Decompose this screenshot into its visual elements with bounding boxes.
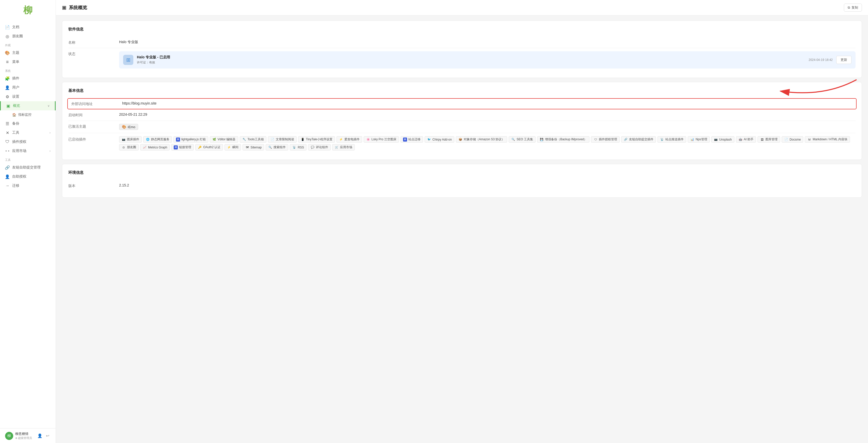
sidebar-item-label: 插件授权 <box>12 140 51 144</box>
link-icon: 🔗 <box>5 165 10 170</box>
plugin-badge: MMarkdown / HTML 内容块 <box>805 136 850 143</box>
plugin-name: Lsky Pro 兰空图床 <box>372 137 396 142</box>
info-label-plugins: 已启动插件 <box>68 136 119 142</box>
sidebar-item-friend-submit[interactable]: 🔗 友链自助提交管理 <box>0 163 56 172</box>
info-row-name: 名称 Halo 专业版 <box>68 37 856 48</box>
plugin-badge: 🛡插件授权管理 <box>591 136 620 143</box>
plugin-name: 对象存储（Amazon S3 协议） <box>464 137 505 142</box>
plugin-badge: 📷Unsplash <box>711 136 735 143</box>
plugin-badge: 🌿Vditor 编辑器 <box>210 136 238 143</box>
plugin-icon: 📱 <box>301 138 305 142</box>
software-info-title: 软件信息 <box>68 27 856 32</box>
plugin-badge: 🌐静态网页服务 <box>143 136 172 143</box>
plugin-badge: H站点迁移 <box>401 136 423 143</box>
status-info: Halo 专业版 - 已启用 许可证：有效 <box>137 55 805 65</box>
sidebar-item-docs[interactable]: 📄 文档 <box>0 23 56 32</box>
sidebar-item-label: 备份 <box>12 121 51 126</box>
plugin-icon: 📊 <box>690 138 694 142</box>
plugin-name: 链接管理 <box>179 145 191 149</box>
sidebar-item-label: 文档 <box>12 25 51 29</box>
plugin-name: 朋友圈 <box>127 145 136 149</box>
plugin-name: Markdown / HTML 内容块 <box>813 137 847 142</box>
update-button[interactable]: 更新 <box>836 56 851 64</box>
sidebar-item-label: 概览 <box>13 104 45 108</box>
sidebar-item-moments[interactable]: ◎ 朋友圈 <box>0 32 56 41</box>
plugin-icon: 🛡 <box>593 138 597 142</box>
plugin-icon: 🧩 <box>5 76 10 81</box>
plugin-name: 应用市场 <box>340 145 352 149</box>
info-row-theme: 已激活主题 🎨 iEmo <box>68 121 856 133</box>
plugin-icon: 📄 <box>784 138 788 142</box>
basic-info-card: 基本信息 外部访问地址 https://blog.muyin.site 启动时间… <box>62 82 862 160</box>
sidebar-item-theme[interactable]: 🎨 主题 <box>0 48 56 57</box>
info-row-startup: 启动时间 2024-05-21 22:29 <box>68 109 856 121</box>
sidebar-item-user[interactable]: 👤 用户 <box>0 83 56 92</box>
plugin-name: 搜索组件 <box>274 145 286 149</box>
plugin-badge: H链接管理 <box>171 144 194 150</box>
plugin-name: AI 助手 <box>744 137 754 142</box>
plugin-icon: 🤖 <box>739 138 743 142</box>
plugin-badge: ⚡爱发电插件 <box>337 136 362 143</box>
sidebar-item-overview[interactable]: ▣ 概览 ∨ <box>0 101 56 110</box>
user-role: ⊕ 超级管理员 <box>15 436 35 440</box>
plugin-icon: 📄 <box>271 138 275 142</box>
theme-badge: 🎨 iEmo <box>119 124 138 130</box>
info-label-status: 状态 <box>68 51 119 56</box>
plugin-name: RSS <box>298 146 304 149</box>
settings-icon: ⚙ <box>5 94 10 99</box>
plugin-icon: 🗺 <box>245 145 249 149</box>
sidebar-item-backup[interactable]: ☰ 备份 <box>0 119 56 128</box>
info-value-plugins: 📷图床插件🌐静态网页服务Hlightgallery.js 灯箱🌿Vditor 编… <box>119 136 856 150</box>
plugin-badge: ◎朋友圈 <box>119 144 138 150</box>
username: 柳意栖情 <box>15 432 35 436</box>
env-info-title: 环境信息 <box>68 170 856 175</box>
sidebar-item-settings[interactable]: ⚙ 设置 <box>0 92 56 101</box>
plugin-icon: H <box>174 145 178 149</box>
section-label-tools: 工具 <box>0 156 56 163</box>
plugin-badge: 🤖AI 助手 <box>736 136 756 143</box>
plugin-icon: ⚡ <box>339 138 343 142</box>
plugin-name: 静态网页服务 <box>151 137 169 142</box>
plugin-badge: 📱TinyTale小程序设置 <box>298 136 335 143</box>
logout-icon[interactable]: ↩ <box>44 433 51 439</box>
plugin-badge: 🖼图库管理 <box>757 136 780 143</box>
plugin-icon: 📦 <box>458 138 462 142</box>
user-settings-icon[interactable]: 👤 <box>37 433 43 439</box>
plugin-name: Chirpy Add-on <box>432 138 452 141</box>
plugin-name: SEO 工具集 <box>517 137 533 142</box>
software-info-card: 软件信息 名称 Halo 专业版 状态 ⊞ Halo 专业版 - 已启用 许 <box>62 21 862 78</box>
plugin-badge: 📡站点推送插件 <box>657 136 686 143</box>
plugin-name: 插件授权管理 <box>599 137 617 142</box>
plugin-name: 站点推送插件 <box>665 137 684 142</box>
main-body: 软件信息 名称 Halo 专业版 状态 ⊞ Halo 专业版 - 已启用 许 <box>56 15 868 443</box>
plugin-name: OAuth2 认证 <box>203 145 220 149</box>
status-card: ⊞ Halo 专业版 - 已启用 许可证：有效 2024-04-19 18:42… <box>119 51 856 69</box>
info-label-name: 名称 <box>68 40 119 45</box>
sidebar-sub-item-metrics[interactable]: 🏠 指标监控 <box>0 110 56 119</box>
plugin-name: Sitemap <box>250 146 261 149</box>
chevron-right-icon: › <box>50 131 51 134</box>
plugin-icon: 🐦 <box>427 138 431 142</box>
sidebar-item-plugin[interactable]: 🧩 插件 <box>0 74 56 83</box>
sidebar-nav: 📄 文档 ◎ 朋友圈 外观 🎨 主题 ≡ 菜单 系统 🧩 插件 👤 用户 ⚙ <box>0 21 56 428</box>
theme-icon: 🎨 <box>5 50 10 55</box>
overview-header-icon: ▣ <box>62 5 66 10</box>
plugin-name: 站点迁移 <box>408 137 421 142</box>
sidebar-item-plugin-auth[interactable]: 🛡 插件授权 <box>0 137 56 146</box>
plugin-icon: 💾 <box>540 138 544 142</box>
sidebar-sub-item-label: 指标监控 <box>18 112 31 117</box>
copy-button[interactable]: ⧉ 复制 <box>844 4 862 12</box>
plugin-badge: 💬评论组件 <box>308 144 331 150</box>
plugin-name: 文章限制阅读 <box>276 137 294 142</box>
sidebar-item-appmarket[interactable]: ⚬⚬ 应用市场 › <box>0 146 56 156</box>
avatar: 柳 <box>5 432 13 440</box>
plugin-badge: 🔗友链自助提交插件 <box>621 136 656 143</box>
plugin-badge: 🔍SEO 工具集 <box>509 136 535 143</box>
sidebar-item-auto-auth[interactable]: 👤 自助授权 <box>0 172 56 181</box>
plugin-icon: 🔍 <box>511 138 515 142</box>
sidebar-item-menu[interactable]: ≡ 菜单 <box>0 57 56 66</box>
plugin-icon: 💬 <box>311 145 315 149</box>
sidebar-item-tools[interactable]: ✕ 工具 › <box>0 128 56 137</box>
page-title: ▣ 系统概览 <box>62 5 87 11</box>
sidebar-item-migrate[interactable]: → 迁移 <box>0 181 56 190</box>
